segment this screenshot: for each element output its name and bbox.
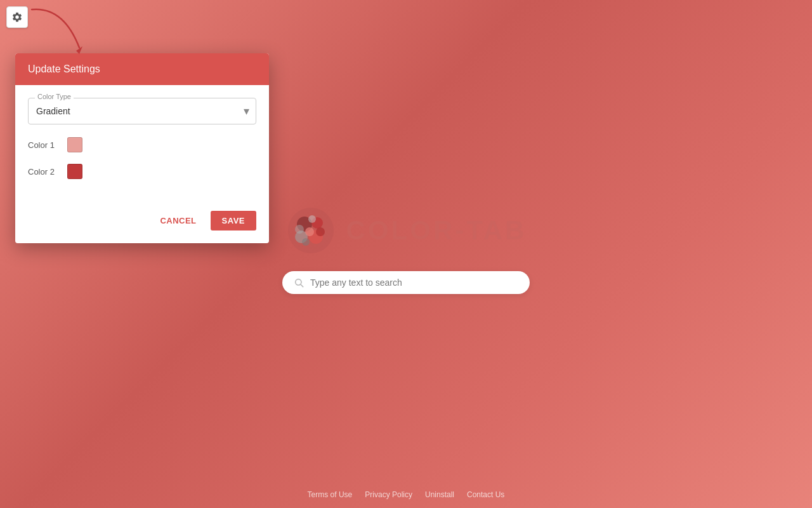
dialog-header: Update Settings (15, 53, 269, 85)
settings-gear-button[interactable] (6, 6, 28, 28)
dialog-title: Update Settings (28, 64, 100, 74)
svg-line-12 (301, 284, 303, 287)
color2-label: Color 2 (28, 167, 60, 177)
svg-point-10 (295, 225, 304, 234)
gear-icon (11, 11, 23, 23)
pointer-arrow (25, 3, 89, 54)
logo-text: COLOR-TAB (346, 215, 527, 246)
dialog-footer: CANCEL SAVE (15, 203, 269, 243)
footer-uninstall-link[interactable]: Uninstall (425, 490, 454, 499)
color1-label: Color 1 (28, 140, 60, 150)
color-type-select-wrapper: Solid Gradient Image ▾ (29, 98, 256, 124)
footer-terms-link[interactable]: Terms of Use (308, 490, 353, 499)
search-input[interactable] (310, 277, 518, 288)
logo-area: COLOR-TAB (285, 205, 527, 256)
search-bar (282, 271, 530, 294)
update-settings-dialog: Update Settings Color Type Solid Gradien… (15, 53, 269, 243)
color1-row: Color 1 (28, 137, 256, 152)
svg-point-8 (316, 227, 325, 236)
footer: Terms of Use Privacy Policy Uninstall Co… (0, 490, 812, 499)
color1-swatch[interactable] (67, 137, 82, 152)
svg-point-7 (302, 238, 310, 246)
svg-point-9 (308, 215, 316, 223)
footer-contact-link[interactable]: Contact Us (467, 490, 504, 499)
search-icon (294, 277, 304, 288)
center-content: COLOR-TAB (282, 205, 530, 294)
dialog-body: Color Type Solid Gradient Image ▾ Color … (15, 85, 269, 203)
color-type-select[interactable]: Solid Gradient Image (29, 98, 256, 124)
footer-privacy-link[interactable]: Privacy Policy (365, 490, 412, 499)
save-button[interactable]: SAVE (211, 211, 256, 231)
cancel-button[interactable]: CANCEL (152, 211, 204, 231)
color2-swatch[interactable] (67, 164, 82, 179)
color2-row: Color 2 (28, 164, 256, 179)
color-type-field: Color Type Solid Gradient Image ▾ (28, 98, 256, 124)
logo-icon (285, 205, 336, 256)
svg-point-6 (305, 227, 314, 236)
